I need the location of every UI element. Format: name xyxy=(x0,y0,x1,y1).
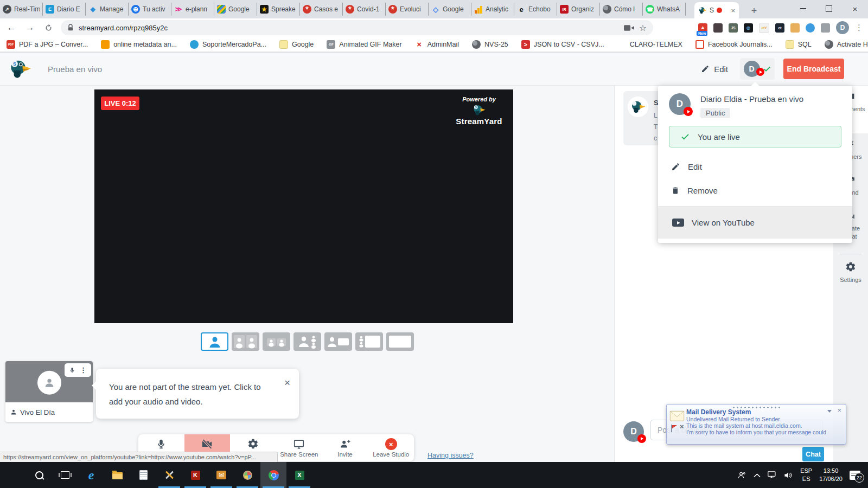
browser-tab[interactable]: ≫e-plann xyxy=(171,3,214,16)
window-maximize-button[interactable] xyxy=(816,0,842,17)
taskbar-file-explorer[interactable] xyxy=(104,462,130,488)
bookmark-item[interactable]: PDFPDF a JPG – Conver... xyxy=(7,40,88,49)
notification-count-badge: 22 xyxy=(854,473,864,483)
taskbar-paint[interactable] xyxy=(234,462,260,488)
browser-tab[interactable]: ◇Google xyxy=(429,3,471,16)
window-close-button[interactable]: × xyxy=(842,0,868,17)
browser-tab[interactable]: *Evoluci xyxy=(386,3,429,16)
new-tab-button[interactable]: + xyxy=(746,3,762,18)
bookmark-item[interactable]: SQL xyxy=(786,40,812,49)
edit-broadcast-button[interactable]: Edit xyxy=(701,65,728,74)
back-button[interactable]: ← xyxy=(4,21,18,35)
layout-two-tiles-button[interactable] xyxy=(232,332,259,351)
taskbar-kutools[interactable]: K xyxy=(182,462,208,488)
kebab-menu-icon[interactable]: ⋮ xyxy=(80,366,87,374)
taskbar-outlook[interactable]: ✉ xyxy=(208,462,234,488)
browser-tab[interactable]: Analytic xyxy=(471,3,514,16)
mail-alert-title[interactable]: Mail Delivery System xyxy=(686,408,751,416)
end-broadcast-button[interactable]: End Broadcast xyxy=(783,59,844,79)
extensions-puzzle-icon[interactable] xyxy=(821,23,830,33)
extension-ct-icon[interactable]: ct xyxy=(775,23,784,33)
taskbar-chrome[interactable] xyxy=(260,462,286,488)
alert-close-icon[interactable]: × xyxy=(837,406,841,414)
browser-tab[interactable]: ⊕Tu activ xyxy=(129,3,171,16)
layout-person-screen-button[interactable] xyxy=(324,332,352,351)
dropdown-edit-item[interactable]: Edit xyxy=(658,157,852,176)
having-issues-link[interactable]: Having issues? xyxy=(427,452,474,459)
network-icon[interactable] xyxy=(768,471,777,479)
bookmark-item[interactable]: online metadata an... xyxy=(101,40,177,49)
extension-feather-icon[interactable] xyxy=(806,23,815,33)
mail-delivery-alert[interactable]: Mail Delivery System Undelivered Mail Re… xyxy=(666,404,846,445)
active-tab-streamyard[interactable]: S × xyxy=(694,2,739,18)
extension-invid-icon[interactable]: InV xyxy=(759,23,769,33)
taskbar-task-view[interactable] xyxy=(52,462,78,488)
chat-button[interactable]: Chat xyxy=(802,447,824,461)
browser-tab[interactable]: ◆Manage xyxy=(86,3,129,16)
participant-mic-menu[interactable]: ⋮ xyxy=(65,363,91,377)
bookmark-item[interactable]: ×AdminMail xyxy=(415,40,459,49)
extension-hammer-icon[interactable] xyxy=(790,23,800,33)
browser-tab[interactable]: EDiario E xyxy=(43,3,86,16)
taskbar-start[interactable] xyxy=(0,462,26,488)
layout-two-small-button[interactable] xyxy=(263,332,290,351)
speaker-icon[interactable] xyxy=(784,471,793,479)
dropdown-remove-item[interactable]: Remove xyxy=(658,181,852,200)
view-on-youtube-item[interactable]: View on YouTube xyxy=(658,207,852,239)
taskbar-search[interactable] xyxy=(26,462,52,488)
bookmark-item[interactable]: NVS-25 xyxy=(472,40,508,49)
bookmark-item[interactable]: Activate HUD xyxy=(825,40,868,49)
extension-mask-icon[interactable] xyxy=(713,23,723,33)
browser-tab[interactable]: eEchobo xyxy=(514,3,557,16)
browser-menu-icon[interactable]: ⋮ xyxy=(855,23,864,33)
delete-x-icon[interactable]: × xyxy=(680,422,684,431)
participant-thumbnail[interactable]: ⋮ Vivo El Día xyxy=(5,361,93,422)
tab-close-icon[interactable]: × xyxy=(731,7,735,15)
layout-solo-button[interactable] xyxy=(201,332,228,351)
invite-button[interactable]: Invite xyxy=(322,434,368,461)
layout-spotlight-button[interactable] xyxy=(293,332,321,351)
extension-pdf-icon[interactable]: ANew xyxy=(698,23,707,33)
people-tray-icon[interactable] xyxy=(737,471,746,480)
taskbar-edge[interactable]: e xyxy=(78,462,104,488)
destination-avatar-chip[interactable]: D xyxy=(740,58,775,80)
layout-fullscreen-button[interactable] xyxy=(386,332,414,351)
share-screen-button[interactable]: Share Screen xyxy=(276,434,322,461)
browser-profile-avatar[interactable]: D xyxy=(836,21,849,34)
bookmark-item[interactable]: Facebook Journalis... xyxy=(695,40,773,49)
taskbar-excel[interactable]: X xyxy=(286,462,312,488)
window-minimize-button[interactable] xyxy=(790,0,816,17)
taskbar-notepad[interactable] xyxy=(130,462,156,488)
media-camera-indicator-icon[interactable] xyxy=(624,24,634,31)
reload-button[interactable] xyxy=(41,21,55,35)
language-indicator[interactable]: ESP ES xyxy=(800,467,812,483)
forward-button[interactable]: → xyxy=(23,21,37,35)
browser-tab[interactable]: ↗Real-Tim xyxy=(0,3,43,16)
bookmark-item[interactable]: SoporteMercadoPa... xyxy=(190,40,266,49)
browser-tab[interactable]: Google xyxy=(214,3,257,16)
browser-tab[interactable]: IROrganiz xyxy=(557,3,600,16)
clock[interactable]: 13:50 17/06/20 xyxy=(819,467,843,483)
bookmark-item[interactable]: CLARO-TELMEX xyxy=(617,40,682,49)
toast-close-icon[interactable]: × xyxy=(284,375,290,390)
rail-tab-settings[interactable]: Settings xyxy=(833,257,868,284)
browser-tab[interactable]: *Covid-1 xyxy=(343,3,386,16)
taskbar-tools[interactable] xyxy=(156,462,182,488)
bookmark-item[interactable]: GIFAnimated GIF Maker xyxy=(327,40,401,49)
browser-tab[interactable]: Cómo l xyxy=(600,3,643,16)
layout-sidebar-screen-button[interactable] xyxy=(355,332,383,351)
extension-target-icon[interactable]: ◎ xyxy=(744,23,753,33)
browser-tab[interactable]: ★Spreake xyxy=(257,3,300,16)
bookmark-item[interactable]: >JSON to CSV - CSVJ... xyxy=(521,40,604,49)
leave-studio-button[interactable]: × Leave Studio xyxy=(368,434,414,461)
action-center-icon[interactable]: 22 xyxy=(850,471,860,480)
browser-tab[interactable]: ☎WhatsA xyxy=(643,3,686,16)
flag-icon[interactable] xyxy=(672,425,677,428)
chevron-up-icon[interactable] xyxy=(754,473,761,478)
alert-options-icon[interactable] xyxy=(827,410,832,413)
browser-tab[interactable]: *Casos e xyxy=(300,3,343,16)
extension-js-icon[interactable]: JS xyxy=(729,23,738,33)
bookmark-star-icon[interactable]: ☆ xyxy=(639,23,647,33)
url-omnibox[interactable]: streamyard.com/rpzq985y2c ☆ xyxy=(61,20,653,35)
bookmark-item[interactable]: Google xyxy=(279,40,314,49)
